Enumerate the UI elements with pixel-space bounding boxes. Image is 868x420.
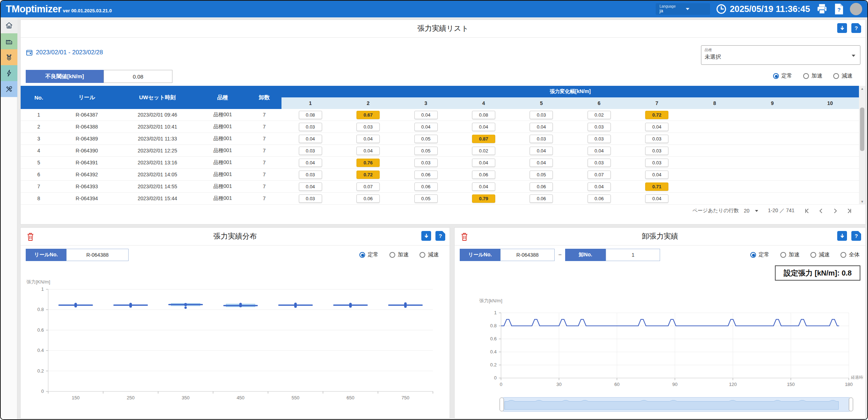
tension-value-cell[interactable]: 0.03 [299, 171, 322, 179]
table-row[interactable]: 3R-0643892023/02/01 11:33品種00170.040.040… [21, 133, 865, 145]
tension-value-cell[interactable]: 0.07 [356, 182, 380, 191]
sidebar-item-home[interactable] [1, 17, 17, 33]
language-select[interactable]: Language ja [656, 3, 710, 15]
time-range-brush[interactable] [500, 397, 853, 412]
reel-no-input[interactable] [66, 249, 129, 261]
tension-value-cell[interactable]: 0.04 [472, 159, 495, 167]
tension-value-cell[interactable]: 0.03 [299, 194, 322, 203]
tension-value-cell[interactable]: 0.71 [645, 182, 668, 191]
tension-value-cell[interactable]: 0.06 [414, 182, 438, 191]
tension-value-cell[interactable]: 0.08 [472, 111, 495, 119]
help-button[interactable]: ? [851, 231, 861, 241]
tension-value-cell[interactable]: 0.04 [530, 147, 553, 155]
help-button[interactable]: ? [435, 231, 445, 241]
tension-value-cell[interactable]: 0.79 [472, 194, 495, 203]
sidebar-item-bolt[interactable] [1, 65, 17, 81]
tension-value-cell[interactable]: 0.05 [414, 147, 438, 155]
first-page-button[interactable] [804, 208, 810, 214]
date-range-picker[interactable]: 2023/02/01 - 2023/02/28 [26, 49, 103, 56]
tension-value-cell[interactable]: 0.87 [472, 135, 495, 143]
radio-option[interactable]: 定常 [773, 72, 792, 79]
brush-handle-right[interactable] [849, 398, 853, 411]
sidebar-item-medal[interactable] [1, 49, 17, 65]
tension-value-cell[interactable]: 0.03 [588, 159, 611, 167]
tension-value-cell[interactable]: 0.04 [588, 182, 611, 191]
download-button[interactable] [837, 231, 847, 241]
tension-value-cell[interactable]: 0.02 [588, 111, 611, 119]
radio-circle-icon[interactable] [359, 252, 365, 258]
radio-option[interactable]: 減速 [420, 251, 439, 258]
radio-circle-icon[interactable] [750, 252, 756, 258]
tension-value-cell[interactable]: 0.03 [645, 159, 668, 167]
tension-value-cell[interactable]: 0.03 [645, 147, 668, 155]
tension-value-cell[interactable]: 0.04 [530, 159, 553, 167]
tension-value-cell[interactable]: 0.04 [299, 182, 322, 191]
tension-value-cell[interactable]: 0.03 [299, 123, 322, 131]
radio-circle-icon[interactable] [773, 73, 779, 79]
table-row[interactable]: 8R-0643942023/02/01 15:44品種00170.030.060… [21, 193, 865, 205]
tension-value-cell[interactable]: 0.04 [356, 135, 380, 143]
unwind-no-input[interactable] [606, 249, 660, 261]
tension-value-cell[interactable]: 0.04 [472, 123, 495, 131]
download-button[interactable] [421, 231, 431, 241]
help-document-button[interactable]: ? [834, 3, 844, 15]
radio-option[interactable]: 加速 [803, 72, 822, 79]
help-button[interactable]: ? [851, 23, 861, 33]
sidebar-item-factory[interactable] [1, 33, 17, 49]
sidebar-item-tools[interactable] [1, 81, 17, 97]
radio-option[interactable]: 全体 [840, 251, 860, 258]
tension-value-cell[interactable]: 0.04 [299, 159, 322, 167]
tension-value-cell[interactable]: 0.05 [414, 135, 438, 143]
radio-circle-icon[interactable] [803, 73, 809, 79]
tension-value-cell[interactable]: 0.76 [356, 159, 380, 167]
table-row[interactable]: 5R-0643912023/02/01 13:16品種00170.040.760… [21, 157, 865, 169]
tension-value-cell[interactable]: 0.03 [530, 111, 553, 119]
tension-value-cell[interactable]: 0.03 [645, 135, 668, 143]
next-page-button[interactable] [832, 208, 838, 214]
radio-circle-icon[interactable] [389, 252, 395, 258]
tension-value-cell[interactable]: 0.72 [645, 111, 668, 119]
tension-value-cell[interactable]: 0.06 [356, 194, 380, 203]
tension-value-cell[interactable]: 0.04 [530, 123, 553, 131]
tension-value-cell[interactable]: 0.03 [356, 123, 380, 131]
tension-value-cell[interactable]: 0.04 [645, 123, 668, 131]
table-row[interactable]: 4R-0643902023/02/01 12:25品種00170.030.040… [21, 145, 865, 157]
threshold-input[interactable] [104, 70, 172, 83]
table-row[interactable]: 2R-0643882023/02/01 10:41品種00170.030.030… [21, 121, 865, 133]
reel-no-input[interactable] [500, 249, 555, 261]
tension-value-cell[interactable]: 0.03 [588, 123, 611, 131]
tension-value-cell[interactable]: 0.04 [645, 194, 668, 203]
radio-option[interactable]: 減速 [810, 251, 830, 258]
radio-option[interactable]: 加速 [780, 251, 800, 258]
table-row[interactable]: 7R-0643932023/02/01 14:55品種00170.040.070… [21, 181, 865, 193]
tension-value-cell[interactable]: 0.06 [588, 194, 611, 203]
table-scrollbar[interactable]: ▲ ▼ [859, 86, 865, 205]
tension-value-cell[interactable]: 0.03 [588, 135, 611, 143]
table-row[interactable]: 1R-0643872023/02/01 09:46品種00170.080.670… [21, 109, 865, 121]
radio-option[interactable]: 減速 [833, 72, 852, 79]
user-avatar[interactable] [850, 3, 862, 15]
scroll-down-icon[interactable]: ▼ [859, 199, 865, 205]
radio-option[interactable]: 定常 [750, 251, 769, 258]
tension-value-cell[interactable]: 0.04 [645, 171, 668, 179]
tension-value-cell[interactable]: 0.06 [530, 194, 553, 203]
radio-circle-icon[interactable] [420, 252, 425, 258]
tension-value-cell[interactable]: 0.03 [299, 147, 322, 155]
tension-value-cell[interactable]: 0.04 [588, 147, 611, 155]
tension-value-cell[interactable]: 0.02 [472, 147, 495, 155]
last-page-button[interactable] [846, 208, 852, 214]
tension-value-cell[interactable]: 0.07 [588, 171, 611, 179]
tension-value-cell[interactable]: 0.03 [414, 159, 438, 167]
radio-circle-icon[interactable] [810, 252, 816, 258]
table-row[interactable]: 6R-0643922023/02/01 14:05品種00170.030.720… [21, 169, 865, 181]
tension-value-cell[interactable]: 0.67 [356, 111, 380, 119]
tension-value-cell[interactable]: 0.06 [472, 171, 495, 179]
brush-handle-left[interactable] [500, 398, 504, 411]
tension-value-cell[interactable]: 0.04 [356, 147, 380, 155]
scroll-up-icon[interactable]: ▲ [859, 86, 865, 92]
tension-value-cell[interactable]: 0.06 [530, 182, 553, 191]
tension-value-cell[interactable]: 0.72 [356, 171, 380, 179]
tension-value-cell[interactable]: 0.05 [530, 171, 553, 179]
scrollbar-thumb[interactable] [860, 108, 864, 151]
radio-circle-icon[interactable] [780, 252, 786, 258]
